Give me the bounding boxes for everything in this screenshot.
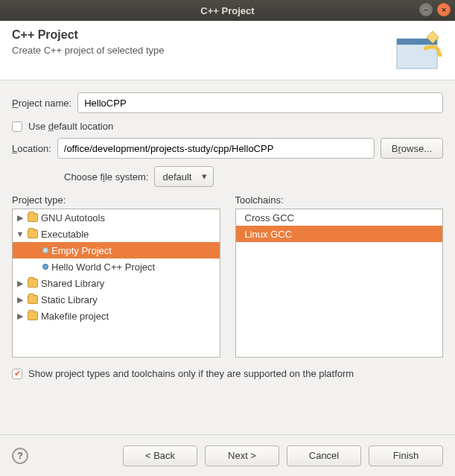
tree-item-shared-library[interactable]: ▶ Shared Library bbox=[13, 275, 220, 291]
use-default-row: Use default location bbox=[12, 121, 443, 132]
tree-item-label: Executable bbox=[41, 229, 89, 240]
collapse-icon[interactable]: ▼ bbox=[16, 229, 25, 238]
expand-icon[interactable]: ▶ bbox=[16, 295, 25, 305]
filesystem-label: Choose file system: bbox=[64, 171, 148, 183]
browse-button[interactable]: Browse... bbox=[381, 138, 443, 159]
tree-item-gnu-autotools[interactable]: ▶ GNU Autotools bbox=[13, 209, 220, 226]
project-name-row: Project name: bbox=[12, 92, 443, 113]
expand-icon[interactable]: ▶ bbox=[16, 279, 25, 288]
form-body: Project name: Use default location Locat… bbox=[0, 80, 455, 379]
tree-item-label: Hello World C++ Project bbox=[51, 261, 155, 273]
location-label: Location: bbox=[12, 143, 51, 154]
tree-item-label: Static Library bbox=[41, 294, 98, 305]
supported-only-row: ✔ Show project types and toolchains only… bbox=[12, 368, 443, 379]
help-icon[interactable]: ? bbox=[12, 448, 28, 464]
project-type-tree[interactable]: ▶ GNU Autotools ▼ Executable Empty Proje… bbox=[12, 209, 220, 358]
location-row: Location: Browse... bbox=[12, 138, 443, 159]
tree-item-static-library[interactable]: ▶ Static Library bbox=[13, 291, 220, 308]
cancel-button[interactable]: Cancel bbox=[287, 445, 361, 466]
folder-icon bbox=[28, 311, 38, 320]
tree-item-label: GNU Autotools bbox=[41, 212, 105, 223]
project-type-column: Project type: ▶ GNU Autotools ▼ Executab… bbox=[12, 194, 220, 358]
use-default-checkbox[interactable] bbox=[12, 121, 22, 132]
filesystem-row: Choose file system: default bbox=[64, 166, 443, 187]
toolchains-list[interactable]: Cross GCC Linux GCC bbox=[235, 209, 444, 358]
wizard-header: C++ Project Create C++ project of select… bbox=[0, 21, 455, 80]
next-button[interactable]: Next > bbox=[205, 445, 279, 466]
folder-icon bbox=[28, 229, 38, 238]
supported-only-checkbox[interactable]: ✔ bbox=[12, 369, 22, 379]
project-name-input[interactable] bbox=[77, 92, 443, 113]
tree-item-empty-project[interactable]: Empty Project bbox=[13, 242, 220, 258]
supported-only-label: Show project types and toolchains only i… bbox=[28, 368, 354, 379]
minimize-icon[interactable]: – bbox=[419, 3, 433, 16]
tree-item-hello-world[interactable]: Hello World C++ Project bbox=[13, 258, 220, 275]
expand-icon[interactable]: ▶ bbox=[16, 311, 25, 321]
page-title: C++ Project bbox=[12, 28, 443, 42]
wizard-icon bbox=[394, 27, 445, 72]
list-item-label: Linux GCC bbox=[245, 229, 293, 240]
tree-item-label: Shared Library bbox=[41, 278, 104, 289]
tree-item-label: Empty Project bbox=[51, 245, 112, 256]
expand-icon[interactable]: ▶ bbox=[16, 213, 25, 223]
title-bar: C++ Project – × bbox=[0, 0, 455, 21]
template-icon bbox=[42, 264, 48, 270]
location-input[interactable] bbox=[57, 138, 375, 159]
project-type-label: Project type: bbox=[12, 194, 220, 206]
folder-icon bbox=[28, 279, 38, 288]
toolchain-linux-gcc[interactable]: Linux GCC bbox=[236, 226, 443, 242]
template-icon bbox=[42, 247, 48, 253]
toolchains-label: Toolchains: bbox=[235, 194, 444, 206]
finish-button[interactable]: Finish bbox=[369, 445, 443, 466]
filesystem-select[interactable]: default bbox=[154, 166, 213, 187]
folder-icon bbox=[28, 295, 38, 304]
folder-icon bbox=[28, 213, 38, 222]
list-item-label: Cross GCC bbox=[245, 212, 294, 223]
window-controls: – × bbox=[419, 3, 451, 16]
tree-item-executable[interactable]: ▼ Executable bbox=[13, 226, 220, 242]
wizard-footer: ? < Back Next > Cancel Finish bbox=[0, 434, 455, 476]
toolchains-column: Toolchains: Cross GCC Linux GCC bbox=[235, 194, 444, 358]
toolchain-cross-gcc[interactable]: Cross GCC bbox=[236, 209, 443, 226]
tree-item-makefile-project[interactable]: ▶ Makefile project bbox=[13, 308, 220, 324]
use-default-label: Use default location bbox=[28, 121, 113, 132]
tree-item-label: Makefile project bbox=[41, 311, 109, 322]
project-name-label: Project name: bbox=[12, 98, 71, 109]
lists-container: Project type: ▶ GNU Autotools ▼ Executab… bbox=[12, 194, 443, 358]
back-button[interactable]: < Back bbox=[123, 445, 197, 466]
window-title: C++ Project bbox=[200, 5, 254, 16]
page-subtitle: Create C++ project of selected type bbox=[12, 45, 443, 56]
close-icon[interactable]: × bbox=[437, 3, 451, 16]
